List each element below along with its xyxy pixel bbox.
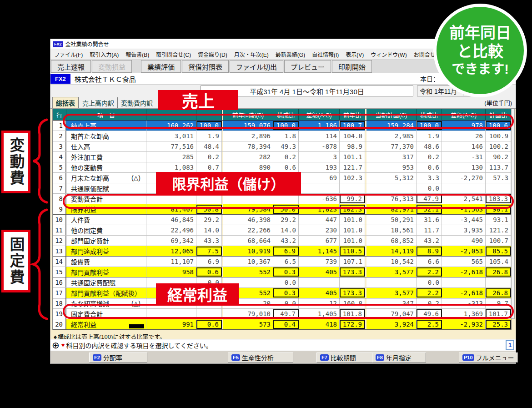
table-row[interactable]: 2期首たな卸高3,0111.92,8961.8114104.02,9851.92… (53, 131, 511, 141)
table-row[interactable]: 3仕入高77,51648.478,39449.3-87898.977,37048… (53, 141, 511, 152)
value-cell: 3.3 (417, 173, 442, 183)
value-cell: 677 (299, 236, 340, 246)
fx2-logo: FX2 (50, 74, 70, 84)
value-cell: 0.2 (196, 152, 222, 162)
function-key-f8[interactable]: F8年月指定 (372, 353, 426, 363)
value-cell: 282 (223, 152, 273, 162)
function-key-f7[interactable]: F7比較期間 (316, 353, 376, 363)
value-cell: 3,577 (366, 267, 417, 277)
value-cell (340, 183, 365, 193)
value-cell: 739 (299, 257, 340, 267)
toolbar-button[interactable]: 貸借対照表 (182, 60, 229, 73)
value-cell: 2,896 (223, 131, 273, 141)
item-label: 共通固定費配賦 (66, 277, 146, 287)
function-key-f5[interactable]: F5生産性分析 (228, 353, 293, 363)
value-cell: 405 (299, 267, 340, 277)
table-row[interactable]: 17部門貢献利益（配賦後）9580.65520.3405173.33,5772.… (53, 288, 511, 298)
fixed-cost-side-label: 固定費 (1, 230, 30, 292)
table-row[interactable]: 5他の変動費1,0830.78900.6193121.79530.6130113… (53, 162, 511, 173)
vertical-scrollbar[interactable] (511, 109, 515, 319)
value-cell: 102.3 (340, 173, 365, 183)
variable-cost-brace (30, 118, 49, 205)
value-cell: 230 (299, 225, 340, 235)
table-row[interactable]: 10人件費46,84529.246,39829.2447101.050,2913… (53, 215, 511, 225)
function-key-p10[interactable]: P10フルメニュー (459, 353, 518, 363)
function-key-label: 分配率 (103, 353, 122, 362)
tab-1[interactable]: 総括表 (52, 97, 79, 108)
toolbar-button[interactable]: 業績評価 (141, 60, 181, 73)
menu-item[interactable]: 取引入力(A) (90, 50, 119, 58)
value-cell: 958 (146, 267, 196, 277)
item-label-text: 人件費 (71, 215, 90, 224)
value-cell: 0.3 (273, 267, 299, 277)
value-cell: 490 (442, 236, 486, 246)
value-cell: 101.1 (340, 152, 365, 162)
menu-item[interactable]: 自社情報(I) (312, 50, 339, 58)
unit-label: (単位千円) (484, 98, 512, 107)
value-cell: 991 (146, 319, 196, 329)
item-label-text: 他の固定費 (71, 226, 103, 235)
value-cell: 69 (299, 173, 340, 183)
row-number: 2 (53, 131, 66, 141)
value-cell: 69,342 (146, 236, 196, 246)
function-key-label: 年月指定 (386, 353, 412, 362)
item-label-text: 共通原価配賦 (71, 184, 109, 193)
ratio-note-text: 構成比は売上高(100)に対する比率です。 (58, 333, 166, 339)
table-row[interactable]: 11他の固定費22,49614.022,26614.0230101.018,56… (53, 225, 511, 236)
value-cell: 0.6 (196, 320, 222, 329)
tab-2[interactable]: 売上高内訳 (79, 97, 117, 108)
table-row[interactable]: 15部門貢献利益9580.65520.3405173.33,5772.2-2,6… (53, 267, 511, 277)
row-number: 10 (53, 215, 66, 225)
menu-item[interactable]: お問合せ (414, 50, 436, 58)
row-number: 14 (53, 257, 66, 267)
value-cell: 3 (299, 152, 340, 162)
table-row[interactable]: 4外注加工費2850.22820.23101.13170.2-3190.2 (53, 152, 511, 162)
item-label-suffix: (△) (131, 174, 141, 181)
black-marker (129, 324, 144, 328)
menu-item[interactable]: 月次・年次(E) (234, 50, 269, 58)
value-cell: 130 (442, 162, 486, 172)
toolbar-button[interactable]: ファイル切出 (230, 60, 283, 73)
menu-item[interactable]: ファイル(F) (54, 50, 83, 58)
value-cell: 0.3 (273, 288, 299, 297)
value-cell: 172.9 (340, 320, 365, 329)
toolbar-button[interactable]: プレビュー (284, 60, 331, 73)
table-row[interactable]: 13部門達成利益12,0657.510,9196.91,145110.514,1… (53, 246, 511, 257)
table-row[interactable]: 12部門固定費計69,34243.368,66443.2677101.068,8… (53, 236, 511, 246)
value-cell: 3,011 (146, 131, 196, 141)
item-label: 部門貢献利益（配賦後） (66, 288, 146, 298)
item-label: 部門固定費計 (66, 236, 146, 246)
function-key-f2[interactable]: F2分配率 (89, 353, 147, 363)
row-number: 20 (53, 319, 66, 329)
row-number: 12 (53, 236, 66, 246)
value-cell: 29.2 (196, 215, 222, 225)
menu-item[interactable]: 報告書(B) (125, 50, 149, 58)
value-cell: 22,496 (146, 225, 196, 235)
toolbar-button: 変動損益 (92, 60, 132, 73)
value-cell: 46,398 (223, 215, 273, 225)
promo-badge-line2: と比較 (457, 42, 503, 61)
promo-badge-line3: できます! (452, 61, 509, 77)
value-cell: -2,270 (442, 173, 486, 183)
table-row[interactable]: 14設備費11,1076.910,3676.5739107.110,5426.6… (53, 257, 511, 267)
value-cell: 2.5 (417, 320, 442, 329)
table-row[interactable]: 20経常利益9910.65730.4418172.93,9242.5-2,932… (53, 319, 511, 330)
value-cell: 46,845 (146, 215, 196, 225)
toolbar-button[interactable]: 印刷開始 (332, 60, 372, 73)
value-cell: 173.3 (340, 267, 365, 277)
menu-item[interactable]: 資金繰り(D) (198, 50, 227, 58)
menu-item[interactable]: 表示(V) (346, 50, 364, 58)
toolbar-button[interactable]: 売上速報 (51, 60, 91, 73)
value-cell: 0.6 (196, 267, 222, 277)
function-key-badge: F8 (376, 354, 384, 361)
table-row[interactable]: 16共通固定費配賦0.00.00.0 (53, 277, 511, 288)
tab-3[interactable]: 変動費内訳 (117, 97, 156, 108)
menu-item[interactable]: 取引問合せ(C) (156, 50, 191, 58)
menu-item[interactable]: 最新業績(G) (276, 50, 305, 58)
menu-item[interactable]: ウィンドウ(W) (371, 50, 407, 58)
value-cell: 405 (299, 288, 340, 298)
value-cell: 0.7 (196, 162, 222, 172)
value-cell: 7.5 (196, 247, 222, 256)
value-cell: 77,516 (146, 141, 196, 151)
sales-annotation-label: 売上 (158, 90, 238, 110)
